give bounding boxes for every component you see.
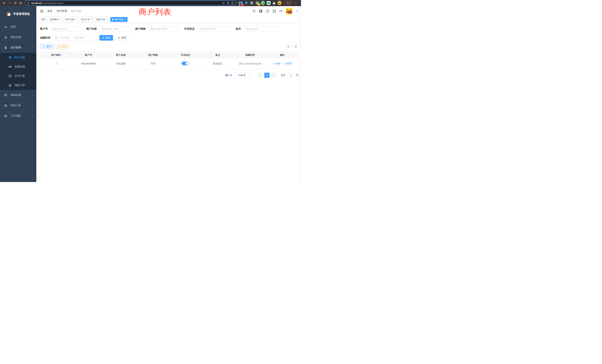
- close-icon[interactable]: ×: [91, 18, 92, 21]
- extension-chat-icon[interactable]: [267, 1, 270, 5]
- goto-page: 前往 页: [281, 73, 298, 78]
- site-info-icon[interactable]: [27, 1, 30, 5]
- browser-home-button[interactable]: [19, 1, 23, 5]
- status-toggle[interactable]: [182, 62, 189, 65]
- sidebar-item-infrastructure[interactable]: 基础设施: [0, 90, 36, 100]
- close-icon[interactable]: ×: [75, 18, 76, 21]
- github-icon[interactable]: [259, 9, 263, 13]
- extension-badge: 10: [241, 3, 244, 6]
- sidebar-item-merchant-info[interactable]: 商户信息: [0, 53, 36, 62]
- extensions-puzzle-icon[interactable]: [272, 1, 276, 5]
- remark-label: 备注: [236, 27, 241, 31]
- tab-pay-order[interactable]: 支付订单×: [79, 17, 94, 22]
- sidebar-item-label: 商户信息: [15, 56, 25, 59]
- breadcrumb-payment[interactable]: 支付管理: [56, 10, 67, 13]
- tab-refund-order[interactable]: 退款订单×: [95, 17, 109, 22]
- tab-home[interactable]: 首页: [39, 17, 47, 22]
- payment-submenu: 商户信息 应用信息 支付订单 退款订单: [0, 53, 36, 90]
- header-search-icon[interactable]: [252, 10, 256, 13]
- reset-button[interactable]: 重置: [115, 35, 129, 41]
- page-number-1[interactable]: 1: [264, 73, 269, 78]
- font-size-icon[interactable]: тT: [279, 10, 283, 13]
- table-toolbar: 新增 导出: [40, 44, 298, 49]
- refresh-table-button[interactable]: [293, 44, 298, 49]
- tab-user-group[interactable]: 用户分组×: [64, 17, 78, 22]
- close-icon[interactable]: ×: [125, 18, 126, 21]
- url-text[interactable]: localhost:1024/pay/merchant: [31, 2, 221, 4]
- cell-merchant-short: 芋艿: [137, 58, 169, 69]
- bookmark-star-icon[interactable]: [231, 1, 234, 5]
- sidebar-item-label: 首页: [11, 25, 16, 29]
- sidebar-item-pay-order[interactable]: 支付订单: [0, 71, 36, 81]
- url-host: localhost: [31, 2, 42, 4]
- edit-link[interactable]: 修改: [273, 62, 281, 65]
- create-time-label: 创建时间: [40, 36, 50, 40]
- gear-icon: [4, 36, 7, 39]
- yen-circle-icon: [9, 75, 12, 78]
- merchant-name-label: 商户全称: [86, 27, 97, 31]
- sidebar-item-app-info[interactable]: 应用信息: [0, 62, 36, 71]
- url-path: :1024/pay/merchant: [42, 2, 63, 4]
- sidebar-logo[interactable]: 芋道管理系统: [0, 6, 36, 22]
- tab-merchant-info[interactable]: 商户信息×: [110, 17, 128, 22]
- share-icon[interactable]: [227, 1, 229, 5]
- page-size-select[interactable]: 10条/页: [235, 73, 253, 78]
- search-button[interactable]: 搜索: [99, 35, 113, 41]
- browser-reload-button[interactable]: [13, 1, 17, 5]
- merchant-short-input[interactable]: [148, 26, 179, 32]
- toggle-search-button[interactable]: [286, 44, 291, 49]
- goto-label: 前往: [281, 74, 286, 77]
- add-button[interactable]: 新增: [40, 44, 54, 49]
- sidebar-item-label: 研发工具: [11, 104, 21, 107]
- page-content: 商户号 商户全称 商户简称 开启状态 请选择开启状态: [36, 23, 301, 182]
- browser-chrome: localhost:1024/pay/merchant 10 1: [0, 0, 301, 6]
- col-merchant-name: 商户全称: [105, 52, 137, 58]
- browser-back-button[interactable]: [2, 1, 6, 5]
- sidebar-item-refund-order[interactable]: 退款订单: [0, 81, 36, 90]
- password-key-icon[interactable]: [222, 1, 225, 5]
- browser-menu-icon[interactable]: [295, 1, 297, 5]
- chevron-down-icon: [31, 104, 33, 107]
- extension-tabs-icon[interactable]: 10: [239, 1, 243, 5]
- delete-link[interactable]: 删除: [284, 62, 292, 65]
- cell-merchant-id: 1: [40, 58, 72, 69]
- browser-update-button[interactable]: 更新: [284, 1, 293, 5]
- status-select[interactable]: 请选择开启状态: [197, 26, 231, 32]
- sidebar-item-label: 系统管理: [11, 36, 21, 39]
- plus-icon: [43, 45, 45, 48]
- breadcrumb-home[interactable]: 首页: [47, 10, 53, 13]
- toolbox-icon: [4, 114, 7, 118]
- tab-process-form[interactable]: 流程表单×: [48, 17, 63, 22]
- help-icon[interactable]: [266, 9, 269, 13]
- fullscreen-icon[interactable]: [272, 9, 276, 13]
- address-bar[interactable]: localhost:1024/pay/merchant: [25, 0, 236, 5]
- extension-gem-icon[interactable]: [244, 1, 248, 5]
- merchant-name-input[interactable]: [99, 26, 130, 32]
- sidebar-item-label: 应用信息: [15, 65, 25, 68]
- browser-forward-button[interactable]: [7, 1, 12, 5]
- goto-page-input[interactable]: [287, 73, 294, 78]
- prev-page-button[interactable]: [257, 73, 262, 78]
- page-scrollbar[interactable]: [300, 6, 301, 182]
- sidebar-item-system[interactable]: 系统管理: [0, 32, 36, 43]
- caret-down-icon[interactable]: [296, 10, 298, 13]
- sidebar-item-payment[interactable]: 支付管理: [0, 43, 36, 53]
- browser-profile-avatar[interactable]: [278, 1, 281, 5]
- chevron-up-icon: [31, 46, 33, 49]
- sidebar-item-home[interactable]: 首页: [0, 22, 36, 32]
- date-end-placeholder: 结束日期: [74, 36, 83, 40]
- date-range-picker[interactable]: 开始日期 - 结束日期: [53, 35, 97, 41]
- close-icon[interactable]: ×: [106, 18, 108, 21]
- sidebar-item-workflow[interactable]: 工作流程: [0, 111, 36, 121]
- export-button[interactable]: 导出: [56, 44, 69, 49]
- remark-input[interactable]: [244, 26, 279, 32]
- merchant-no-input[interactable]: [50, 26, 82, 32]
- extension-command-icon[interactable]: [250, 1, 254, 5]
- sidebar-item-dev-tools[interactable]: 研发工具: [0, 100, 36, 111]
- extension-y-icon[interactable]: Y: [261, 1, 265, 5]
- extension-notify-icon[interactable]: 1: [255, 1, 259, 5]
- sidebar-collapse-icon[interactable]: [39, 9, 44, 13]
- next-page-button[interactable]: [271, 73, 277, 78]
- close-icon[interactable]: ×: [60, 18, 61, 21]
- user-avatar[interactable]: [286, 8, 292, 14]
